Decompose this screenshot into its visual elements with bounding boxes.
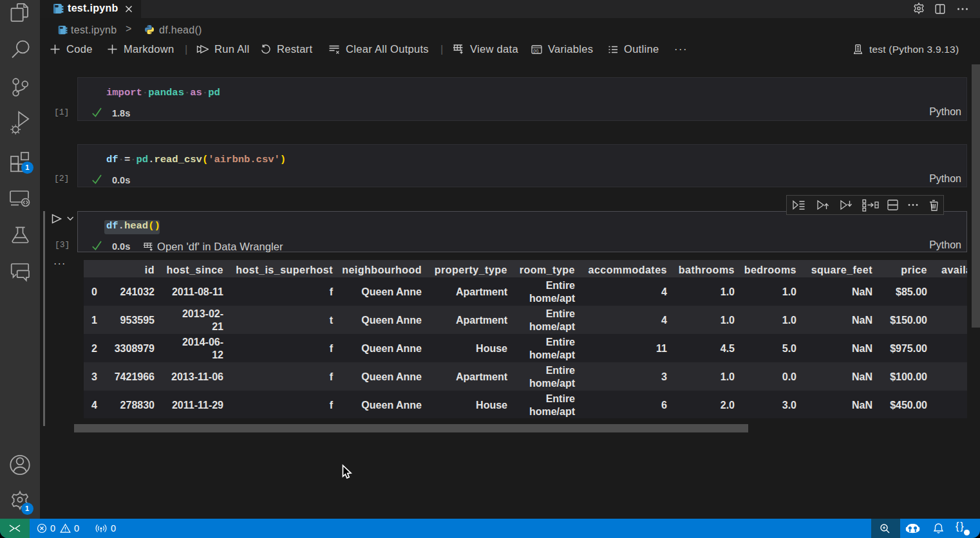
svg-text:(x): (x) [533,48,538,53]
